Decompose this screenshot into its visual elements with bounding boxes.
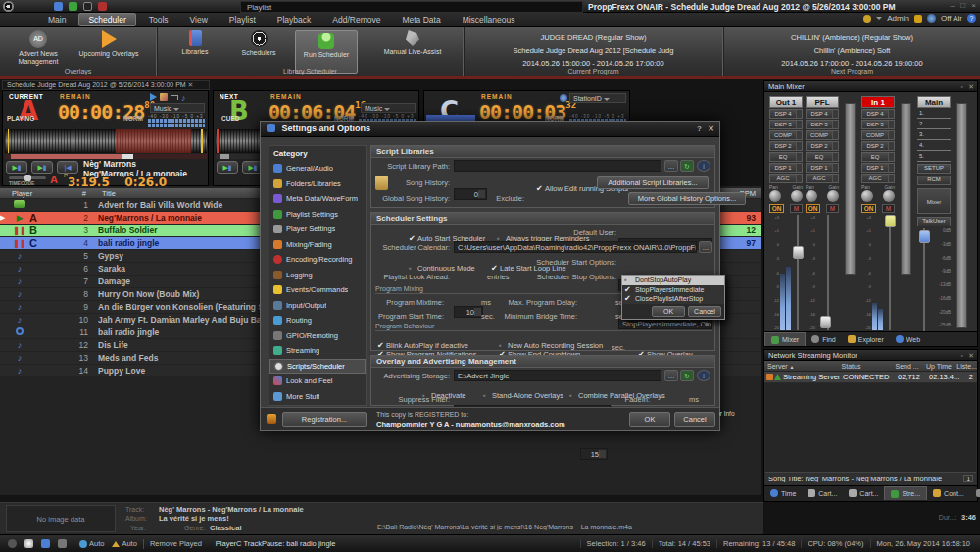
tab-cart2[interactable]: Cart... [843,486,884,500]
additional-script-libraries-button[interactable]: Additional Script Libraries... [597,176,709,189]
globe-icon[interactable] [927,14,936,23]
film-icon[interactable] [58,539,67,548]
setup-button[interactable]: SETUP [917,164,951,174]
user-icon[interactable] [863,15,871,23]
advert-news-management-button[interactable]: AD Advert News Management [8,30,69,66]
cue-play-button[interactable]: ▶▮ [217,161,238,174]
pause-icon[interactable] [83,2,92,11]
waveform[interactable] [5,129,207,153]
fader-area[interactable]: +3+10-3-6-9-12-16-20 [769,215,803,330]
libraries-button[interactable]: Libraries [170,30,220,56]
col-number[interactable]: # [29,189,86,198]
category-dropdown[interactable]: Music [150,103,205,113]
fader-area[interactable]: +3+10-3-6-9-12-16-20 [861,215,895,330]
dialog-titlebar[interactable]: Settings and Options ? ✕ [261,122,719,137]
tab-cart1[interactable]: Cart... [802,486,843,500]
tab-time[interactable]: Time [764,486,802,500]
ok-button[interactable]: OK [629,412,670,427]
mute-button[interactable]: M [790,204,803,213]
cue-play-button-2[interactable]: ▶▮ [31,161,53,174]
main-fader-area[interactable]: 0dB-3dB-6dB-9dB-13dB-16dB-20dB-25dB-32dB [917,228,951,341]
volume-fader[interactable] [793,246,804,259]
cat-mixing[interactable]: Mixing/Fading [270,237,366,253]
quick-tab-playlist[interactable]: Playlist [240,1,583,13]
comp-button[interactable]: COMP [806,130,839,140]
dropdown-ok-button[interactable]: OK [652,306,685,317]
upcoming-overlays-button[interactable]: Upcoming Overlays [76,30,141,58]
look-ahead-spinner[interactable]: 10 [454,306,483,318]
agc-button[interactable]: AGC [806,174,839,183]
monitor-columns[interactable]: Server ▲ Status Send ... Up Time Liste..… [764,361,977,372]
comp-button[interactable]: COMP [769,130,803,140]
menu-view[interactable]: View [181,14,217,25]
main-slot-2[interactable]: 2. [917,119,951,129]
main-slot-3[interactable]: 3. [917,129,951,140]
eq-button[interactable]: EQ [769,152,803,162]
dsp2-button[interactable]: DSP 2 [806,141,839,151]
mute-button[interactable]: M [882,204,895,213]
cat-more-stuff[interactable]: More Stuff [270,389,366,405]
help-icon[interactable]: ? [697,125,702,133]
volume-fader[interactable] [820,316,831,328]
dropdown-item[interactable]: DontStopAutoPlay [622,276,724,285]
cat-playlist[interactable]: Playlist Settings [270,207,366,223]
gain-knob[interactable] [883,190,895,202]
cat-folders[interactable]: Folders/Libraries [270,176,366,192]
maximize-button[interactable]: □ [960,1,965,10]
script-path-input[interactable] [454,160,662,172]
standalone-checkbox[interactable]: Stand-Alone Overlays [483,384,564,402]
dsp4-button[interactable]: DSP 4 [861,109,895,119]
gain-knob[interactable] [791,190,803,202]
col-send[interactable]: Send ... [896,363,926,370]
cat-general-audio[interactable]: General/Audio [270,161,366,176]
dsp4-button[interactable]: DSP 4 [806,109,839,119]
document-icon[interactable] [54,2,63,11]
main-volume-fader[interactable] [919,230,930,243]
tab-close-icon[interactable]: ✕ [188,81,194,88]
tab-mixer[interactable]: Mixer [764,332,806,346]
gain-knob[interactable] [827,190,839,202]
cue-play-button[interactable]: ▶▮ [6,161,27,174]
menu-playlist[interactable]: Playlist [220,14,265,25]
on-button[interactable]: ON [806,204,820,213]
dsp1-button[interactable]: DSP 1 [769,163,803,173]
on-button[interactable]: ON [769,204,784,213]
onair-status[interactable]: Off Air [941,14,962,23]
more-global-history-button[interactable]: More Global History Options... [628,192,746,205]
person-icon[interactable] [41,539,50,548]
storage-input[interactable]: E:\Advert Jingle [454,370,662,381]
scrollbar-handle[interactable] [220,154,229,159]
tab-explorer[interactable]: Explorer [842,332,890,346]
strip-header[interactable]: PFL [806,96,839,108]
pan-knob[interactable] [769,190,781,202]
main-slot-5[interactable]: 5. [917,151,951,162]
stream-server-row[interactable]: Streaming Server 2: ... CONNECTED 62,712… [764,372,977,383]
mute-button[interactable]: M [826,204,839,213]
close-icon[interactable]: ✕ [708,125,714,133]
browse-button[interactable]: … [664,160,678,172]
status-dot-icon[interactable] [8,539,17,548]
refresh-icon[interactable]: ↻ [680,370,694,381]
strip-header-in1[interactable]: In 1 [861,96,895,108]
tab-web[interactable]: Web [890,332,926,346]
col-player[interactable]: Player [0,189,29,198]
menu-metadata[interactable]: Meta Data [393,14,449,25]
dropdown-item[interactable]: ClosePlaylistAfterStop [622,294,724,304]
cat-events[interactable]: Events/Commands [270,282,366,298]
menu-main[interactable]: Main [39,14,74,25]
tab-control[interactable]: Cont... [927,486,970,500]
strip-header[interactable]: Main [917,96,951,108]
menu-addremove[interactable]: Add/Remove [323,14,389,25]
cat-io[interactable]: Input/Output [270,298,366,314]
main-slot-4[interactable]: 4. [917,140,951,151]
browse-button[interactable]: … [664,370,678,381]
col-uptime[interactable]: Up Time [926,363,956,370]
mixer-button[interactable]: Mixer [917,188,951,214]
cat-encoding[interactable]: Encoding/Recording [270,252,366,268]
minimize-icon[interactable]: ▫ [961,352,963,359]
master-fader-2[interactable] [901,103,911,275]
playlist-tab[interactable]: Schedule Judge Dread Aug 2012 @ 5/26/201… [2,80,210,90]
refresh-icon[interactable]: ↻ [680,160,694,172]
col-listeners[interactable]: Liste... [956,363,977,370]
schedulers-button[interactable]: Schedulers [230,30,287,57]
